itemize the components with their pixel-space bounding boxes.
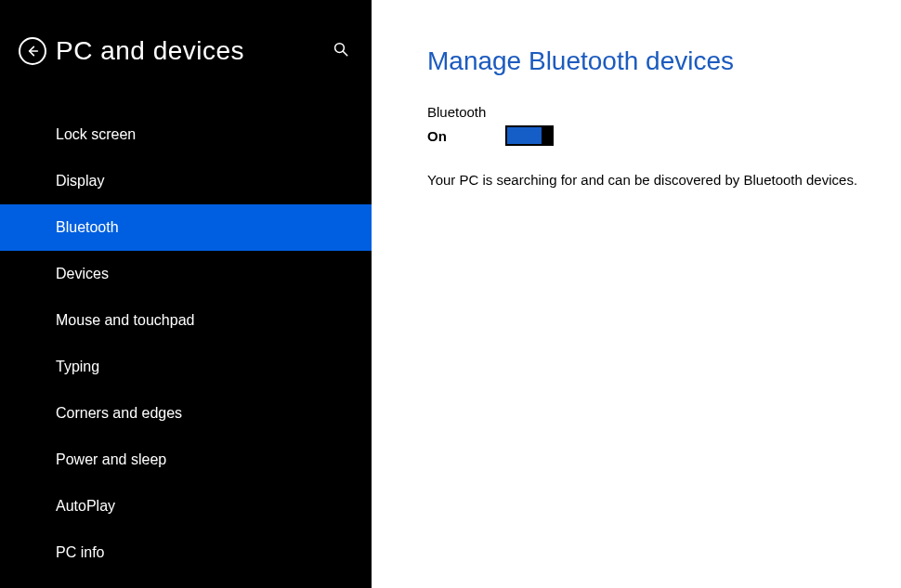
nav-item-display[interactable]: Display [0, 158, 372, 204]
bluetooth-toggle-switch[interactable] [505, 125, 554, 146]
nav-item-label: Bluetooth [56, 219, 119, 236]
nav-item-bluetooth[interactable]: Bluetooth [0, 204, 372, 251]
nav-item-devices[interactable]: Devices [0, 251, 372, 297]
bluetooth-toggle-label: Bluetooth [427, 104, 901, 120]
nav-item-label: PC info [56, 544, 104, 561]
nav-item-pc-info[interactable]: PC info [0, 529, 372, 576]
nav-item-autoplay[interactable]: AutoPlay [0, 483, 372, 529]
bluetooth-toggle-state-text: On [427, 128, 479, 144]
toggle-track-fill [507, 127, 542, 144]
content-title: Manage Bluetooth devices [427, 46, 901, 76]
page-title: PC and devices [56, 36, 244, 66]
toggle-thumb [542, 126, 553, 145]
bluetooth-toggle-row: On [427, 125, 901, 146]
nav-item-label: Mouse and touchpad [56, 312, 194, 329]
bluetooth-toggle-section: Bluetooth On [427, 104, 901, 146]
nav-item-label: Display [56, 173, 104, 189]
nav-item-label: AutoPlay [56, 498, 115, 515]
back-button[interactable] [19, 37, 46, 65]
sidebar: PC and devices Lock screen Display Bluet… [0, 0, 372, 588]
nav-item-power-and-sleep[interactable]: Power and sleep [0, 437, 372, 483]
svg-line-2 [343, 51, 347, 56]
nav-item-label: Typing [56, 359, 99, 375]
content-pane: Manage Bluetooth devices Bluetooth On Yo… [372, 0, 901, 588]
search-button[interactable] [333, 41, 349, 61]
nav-item-label: Power and sleep [56, 451, 166, 468]
nav-item-label: Corners and edges [56, 405, 182, 422]
nav-item-typing[interactable]: Typing [0, 344, 372, 390]
nav-item-lock-screen[interactable]: Lock screen [0, 111, 372, 158]
nav-item-label: Devices [56, 266, 109, 282]
back-arrow-icon [25, 44, 40, 59]
sidebar-header: PC and devices [0, 0, 372, 102]
nav-item-label: Lock screen [56, 126, 136, 143]
nav-item-mouse-and-touchpad[interactable]: Mouse and touchpad [0, 297, 372, 344]
nav-item-corners-and-edges[interactable]: Corners and edges [0, 390, 372, 437]
search-icon [333, 41, 349, 58]
bluetooth-status-text: Your PC is searching for and can be disc… [427, 172, 901, 188]
nav-list: Lock screen Display Bluetooth Devices Mo… [0, 102, 372, 576]
